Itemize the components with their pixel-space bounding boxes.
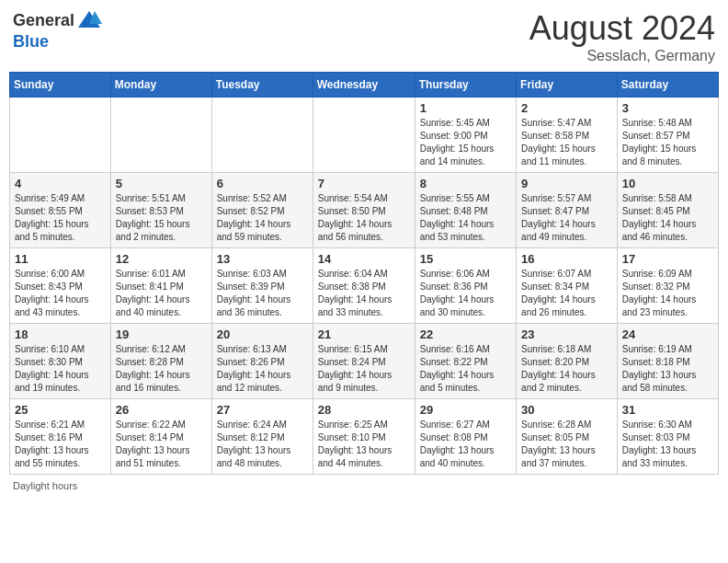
day-info: Sunrise: 6:10 AM Sunset: 8:30 PM Dayligh… [15, 343, 106, 395]
calendar-cell: 5Sunrise: 5:51 AM Sunset: 8:53 PM Daylig… [110, 173, 211, 248]
weekday-header-sunday: Sunday [10, 73, 111, 98]
logo-general-text: General [13, 12, 74, 30]
day-number: 13 [217, 252, 308, 266]
day-number: 3 [622, 101, 713, 115]
day-info: Sunrise: 5:58 AM Sunset: 8:45 PM Dayligh… [622, 192, 713, 244]
calendar-cell: 19Sunrise: 6:12 AM Sunset: 8:28 PM Dayli… [110, 324, 211, 399]
day-info: Sunrise: 6:04 AM Sunset: 8:38 PM Dayligh… [318, 268, 410, 319]
day-info: Sunrise: 6:12 AM Sunset: 8:28 PM Dayligh… [116, 343, 207, 395]
week-row-3: 11Sunrise: 6:00 AM Sunset: 8:43 PM Dayli… [10, 248, 719, 324]
calendar-cell: 23Sunrise: 6:18 AM Sunset: 8:20 PM Dayli… [517, 324, 618, 399]
calendar-cell [110, 98, 211, 173]
calendar-cell: 11Sunrise: 6:00 AM Sunset: 8:43 PM Dayli… [10, 248, 111, 324]
day-number: 7 [318, 177, 410, 190]
calendar-cell: 1Sunrise: 5:45 AM Sunset: 9:00 PM Daylig… [415, 98, 516, 173]
day-number: 2 [521, 101, 612, 115]
month-year-title: August 2024 [529, 9, 715, 48]
day-number: 25 [15, 403, 106, 417]
day-info: Sunrise: 6:25 AM Sunset: 8:10 PM Dayligh… [318, 419, 410, 470]
day-number: 28 [318, 403, 410, 417]
calendar-cell: 3Sunrise: 5:48 AM Sunset: 8:57 PM Daylig… [617, 98, 718, 173]
calendar-cell: 22Sunrise: 6:16 AM Sunset: 8:22 PM Dayli… [415, 324, 516, 399]
day-number: 17 [622, 252, 713, 266]
calendar-cell: 25Sunrise: 6:21 AM Sunset: 8:16 PM Dayli… [10, 399, 111, 475]
week-row-5: 25Sunrise: 6:21 AM Sunset: 8:16 PM Dayli… [10, 399, 719, 475]
calendar-cell: 20Sunrise: 6:13 AM Sunset: 8:26 PM Dayli… [211, 324, 313, 399]
day-info: Sunrise: 6:03 AM Sunset: 8:39 PM Dayligh… [217, 268, 308, 319]
calendar-cell: 7Sunrise: 5:54 AM Sunset: 8:50 PM Daylig… [313, 173, 415, 248]
day-number: 21 [318, 327, 410, 341]
day-number: 26 [116, 403, 207, 417]
day-info: Sunrise: 6:19 AM Sunset: 8:18 PM Dayligh… [622, 343, 713, 395]
calendar-cell: 12Sunrise: 6:01 AM Sunset: 8:41 PM Dayli… [110, 248, 211, 324]
day-info: Sunrise: 6:01 AM Sunset: 8:41 PM Dayligh… [116, 268, 207, 319]
day-info: Sunrise: 5:54 AM Sunset: 8:50 PM Dayligh… [318, 192, 410, 244]
weekday-header-tuesday: Tuesday [211, 73, 313, 98]
calendar-cell: 18Sunrise: 6:10 AM Sunset: 8:30 PM Dayli… [10, 324, 111, 399]
calendar-cell: 27Sunrise: 6:24 AM Sunset: 8:12 PM Dayli… [211, 399, 313, 475]
day-number: 10 [622, 177, 713, 190]
day-info: Sunrise: 6:00 AM Sunset: 8:43 PM Dayligh… [15, 268, 106, 319]
day-info: Sunrise: 5:49 AM Sunset: 8:55 PM Dayligh… [15, 192, 106, 244]
day-number: 16 [521, 252, 612, 266]
day-info: Sunrise: 5:48 AM Sunset: 8:57 PM Dayligh… [622, 117, 713, 168]
day-number: 23 [521, 327, 612, 341]
day-info: Sunrise: 6:07 AM Sunset: 8:34 PM Dayligh… [521, 268, 612, 319]
day-info: Sunrise: 6:21 AM Sunset: 8:16 PM Dayligh… [15, 419, 106, 470]
calendar-cell: 28Sunrise: 6:25 AM Sunset: 8:10 PM Dayli… [313, 399, 415, 475]
day-number: 11 [15, 252, 106, 266]
week-row-1: 1Sunrise: 5:45 AM Sunset: 9:00 PM Daylig… [10, 98, 719, 173]
title-block: August 2024 Sesslach, Germany [529, 9, 715, 64]
day-info: Sunrise: 6:16 AM Sunset: 8:22 PM Dayligh… [420, 343, 511, 395]
day-number: 12 [116, 252, 207, 266]
day-info: Sunrise: 5:47 AM Sunset: 8:58 PM Dayligh… [521, 117, 612, 168]
day-info: Sunrise: 6:24 AM Sunset: 8:12 PM Dayligh… [217, 419, 308, 470]
day-number: 8 [420, 177, 511, 190]
calendar-cell [211, 98, 313, 173]
day-info: Sunrise: 6:27 AM Sunset: 8:08 PM Dayligh… [420, 419, 511, 470]
day-info: Sunrise: 5:57 AM Sunset: 8:47 PM Dayligh… [521, 192, 612, 244]
weekday-header-thursday: Thursday [415, 73, 516, 98]
day-info: Sunrise: 6:18 AM Sunset: 8:20 PM Dayligh… [521, 343, 612, 395]
calendar-cell: 8Sunrise: 5:55 AM Sunset: 8:48 PM Daylig… [415, 173, 516, 248]
location-subtitle: Sesslach, Germany [529, 48, 715, 64]
day-info: Sunrise: 5:52 AM Sunset: 8:52 PM Dayligh… [217, 192, 308, 244]
page-header: General Blue August 2024 Sesslach, Germa… [9, 9, 719, 64]
calendar-table: SundayMondayTuesdayWednesdayThursdayFrid… [9, 72, 719, 475]
calendar-cell: 9Sunrise: 5:57 AM Sunset: 8:47 PM Daylig… [517, 173, 618, 248]
calendar-cell: 4Sunrise: 5:49 AM Sunset: 8:55 PM Daylig… [10, 173, 111, 248]
weekday-header-friday: Friday [517, 73, 618, 98]
weekday-header-wednesday: Wednesday [313, 73, 415, 98]
day-number: 5 [116, 177, 207, 190]
day-number: 19 [116, 327, 207, 341]
weekday-header-row: SundayMondayTuesdayWednesdayThursdayFrid… [10, 73, 719, 98]
day-info: Sunrise: 6:28 AM Sunset: 8:05 PM Dayligh… [521, 419, 612, 470]
day-info: Sunrise: 5:51 AM Sunset: 8:53 PM Dayligh… [116, 192, 207, 244]
weekday-header-saturday: Saturday [617, 73, 718, 98]
calendar-cell: 26Sunrise: 6:22 AM Sunset: 8:14 PM Dayli… [110, 399, 211, 475]
day-number: 15 [420, 252, 511, 266]
day-number: 18 [15, 327, 106, 341]
calendar-cell [10, 98, 111, 173]
logo-icon [76, 7, 102, 33]
daylight-label: Daylight hours [13, 480, 77, 491]
weekday-header-monday: Monday [110, 73, 211, 98]
calendar-cell: 24Sunrise: 6:19 AM Sunset: 8:18 PM Dayli… [617, 324, 718, 399]
day-info: Sunrise: 6:22 AM Sunset: 8:14 PM Dayligh… [116, 419, 207, 470]
calendar-cell: 30Sunrise: 6:28 AM Sunset: 8:05 PM Dayli… [517, 399, 618, 475]
day-number: 29 [420, 403, 511, 417]
calendar-cell: 21Sunrise: 6:15 AM Sunset: 8:24 PM Dayli… [313, 324, 415, 399]
day-number: 31 [622, 403, 713, 417]
day-number: 20 [217, 327, 308, 341]
day-number: 9 [521, 177, 612, 190]
day-number: 30 [521, 403, 612, 417]
calendar-cell: 13Sunrise: 6:03 AM Sunset: 8:39 PM Dayli… [211, 248, 313, 324]
day-info: Sunrise: 6:15 AM Sunset: 8:24 PM Dayligh… [318, 343, 410, 395]
day-number: 22 [420, 327, 511, 341]
week-row-4: 18Sunrise: 6:10 AM Sunset: 8:30 PM Dayli… [10, 324, 719, 399]
week-row-2: 4Sunrise: 5:49 AM Sunset: 8:55 PM Daylig… [10, 173, 719, 248]
logo: General Blue [13, 9, 102, 52]
day-info: Sunrise: 5:45 AM Sunset: 9:00 PM Dayligh… [420, 117, 511, 168]
day-number: 24 [622, 327, 713, 341]
day-number: 27 [217, 403, 308, 417]
